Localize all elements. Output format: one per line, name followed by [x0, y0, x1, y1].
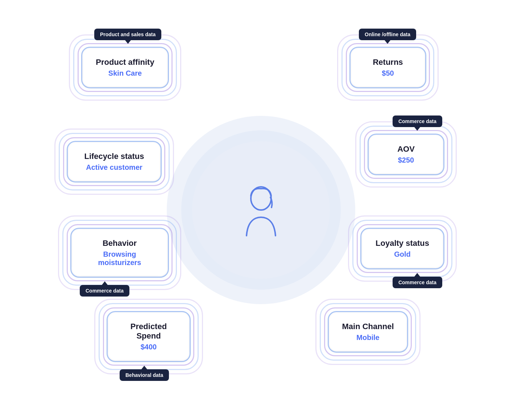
behavior-value: Browsing moisturizers	[83, 250, 157, 267]
returns-value: $50	[362, 69, 414, 77]
loyalty-title: Loyalty status	[373, 239, 432, 248]
predicted-spend-card: Predicted Spend $400	[109, 313, 188, 360]
main-channel-card: Main Channel Mobile	[330, 313, 406, 350]
product-sales-badge: Product and sales data	[94, 29, 161, 40]
lifecycle-group: Lifecycle status Active customer	[69, 143, 160, 180]
returns-group: Online /offline data Returns $50	[352, 49, 424, 86]
diagram-container: Product and sales data Product affinity …	[62, 20, 460, 400]
aov-card: AOV $250	[370, 136, 442, 173]
product-affinity-group: Product and sales data Product affinity …	[83, 49, 167, 86]
commerce-data-badge-loyalty: Commerce data	[393, 277, 442, 288]
loyalty-group: Commerce data Loyalty status Gold	[362, 230, 442, 267]
loyalty-card: Loyalty status Gold	[362, 230, 442, 267]
returns-title: Returns	[362, 58, 414, 67]
main-channel-title: Main Channel	[340, 322, 396, 331]
aov-value: $250	[380, 156, 432, 164]
behavior-card: Behavior Browsing moisturizers	[72, 230, 167, 276]
commerce-data-badge-behavior: Commerce data	[80, 285, 129, 297]
product-affinity-card: Product affinity Skin Care	[83, 49, 167, 86]
main-channel-value: Mobile	[340, 333, 396, 342]
person-icon	[237, 182, 285, 238]
main-channel-group: Main Channel Mobile	[330, 313, 406, 350]
product-affinity-value: Skin Care	[94, 69, 157, 77]
predicted-spend-title: Predicted Spend	[119, 322, 178, 341]
behavior-group: Commerce data Behavior Browsing moisturi…	[72, 230, 167, 276]
loyalty-value: Gold	[373, 250, 432, 259]
aov-title: AOV	[380, 144, 432, 154]
predicted-spend-value: $400	[119, 343, 178, 351]
predicted-spend-group: Behavioral data Predicted Spend $400	[109, 313, 188, 360]
online-offline-badge: Online /offline data	[359, 29, 416, 40]
lifecycle-card: Lifecycle status Active customer	[69, 143, 160, 180]
behavior-title: Behavior	[83, 239, 157, 248]
lifecycle-title: Lifecycle status	[79, 152, 149, 161]
aov-group: Commerce data AOV $250	[370, 136, 442, 173]
lifecycle-value: Active customer	[79, 163, 149, 172]
commerce-data-badge-aov: Commerce data	[393, 116, 442, 127]
returns-card: Returns $50	[352, 49, 424, 86]
center-circle	[192, 141, 330, 279]
behavioral-data-badge: Behavioral data	[120, 369, 169, 381]
product-affinity-title: Product affinity	[94, 58, 157, 67]
